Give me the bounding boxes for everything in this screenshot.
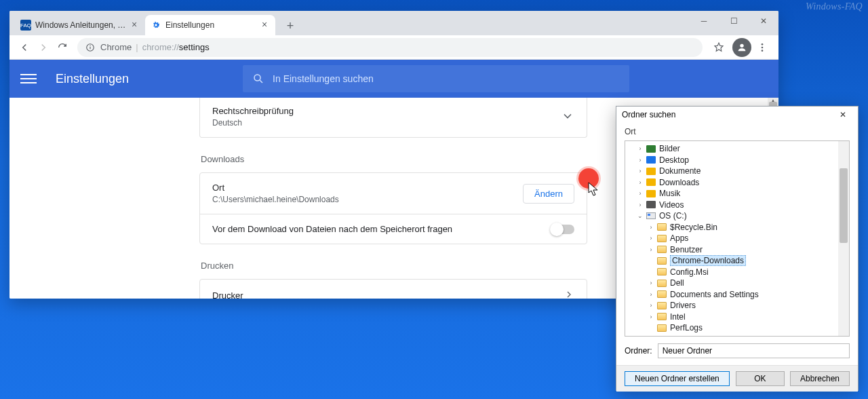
svg-point-7	[254, 75, 260, 81]
expand-icon[interactable]: ›	[636, 168, 644, 174]
expand-icon[interactable]: ›	[636, 179, 644, 186]
tree-item[interactable]: ›Bilder	[625, 143, 849, 155]
reload-button[interactable]	[53, 38, 72, 57]
folder-icon	[646, 166, 656, 176]
tree-item[interactable]: ›Videos	[625, 200, 849, 211]
tree-item-label: Musik	[659, 189, 680, 198]
change-button[interactable]: Ändern	[523, 184, 574, 204]
new-folder-button[interactable]: Neuen Ordner erstellen	[625, 371, 730, 386]
maximize-button[interactable]: ☐	[719, 11, 749, 31]
tree-item[interactable]: ›$Recycle.Bin	[625, 222, 849, 233]
tree-item-label: Benutzer	[670, 245, 703, 254]
star-icon[interactable]	[708, 37, 730, 58]
folder-browse-dialog: Ordner suchen ✕ Ort ›Bilder›Desktop›Doku…	[616, 106, 859, 391]
tree-item[interactable]: ›Dell	[625, 278, 849, 289]
location-value: C:\Users\michael.heine\Downloads	[212, 195, 339, 204]
dialog-close-button[interactable]: ✕	[833, 107, 852, 123]
mouse-cursor	[588, 182, 600, 200]
expand-icon[interactable]: ›	[647, 224, 655, 231]
folder-icon	[656, 223, 667, 232]
tree-item[interactable]: Config.Msi	[625, 267, 849, 278]
folder-icon	[656, 233, 667, 243]
tree-item-label: Dell	[670, 278, 684, 288]
hamburger-icon[interactable]	[20, 71, 37, 87]
dialog-button-bar: Neuen Ordner erstellen OK Abbrechen	[616, 365, 858, 392]
address-bar: Chrome | chrome://settings	[9, 35, 778, 60]
omnibox[interactable]: Chrome | chrome://settings	[77, 38, 703, 57]
section-downloads: Downloads	[201, 154, 587, 164]
expand-icon[interactable]: ›	[636, 145, 644, 152]
tree-item[interactable]: PerfLogs	[625, 322, 849, 334]
ask-before-toggle[interactable]	[551, 225, 574, 234]
expand-icon[interactable]: ›	[647, 302, 655, 309]
expand-icon[interactable]: ›	[647, 246, 655, 253]
svg-point-4	[762, 43, 764, 45]
chevron-right-icon	[564, 289, 574, 299]
tree-item[interactable]: ›Downloads	[625, 177, 849, 189]
back-button[interactable]	[15, 38, 34, 57]
expand-icon[interactable]: ›	[636, 190, 644, 197]
tree-item[interactable]: ›Drivers	[625, 300, 849, 311]
forward-button[interactable]	[34, 38, 53, 57]
expand-icon[interactable]: ⌄	[636, 212, 644, 219]
tree-item[interactable]: ›Documents and Settings	[625, 289, 849, 301]
tree-item[interactable]: ›Dokumente	[625, 166, 849, 177]
folder-icon	[646, 189, 656, 198]
scroll-thumb[interactable]	[840, 168, 848, 243]
tab-settings[interactable]: Einstellungen ×	[145, 15, 275, 35]
ok-button[interactable]: OK	[736, 371, 785, 386]
tree-item-label: Config.Msi	[670, 267, 709, 277]
close-button[interactable]: ✕	[749, 11, 778, 31]
folder-icon	[646, 155, 656, 165]
tree-item[interactable]: ›Apps	[625, 233, 849, 244]
tree-scrollbar[interactable]	[838, 141, 849, 336]
dialog-titlebar: Ordner suchen ✕	[616, 107, 858, 123]
chevron-down-icon	[561, 109, 574, 125]
expand-icon[interactable]: ›	[636, 202, 644, 208]
folder-name-input[interactable]	[658, 343, 850, 358]
tree-item[interactable]: ›Intel	[625, 311, 849, 323]
minimize-button[interactable]: ─	[689, 11, 719, 31]
tree-item-label: Intel	[670, 312, 686, 322]
tree-item-label: PerfLogs	[670, 323, 703, 332]
close-icon[interactable]: ×	[259, 20, 270, 31]
folder-icon	[656, 312, 667, 322]
folder-icon	[656, 301, 667, 310]
profile-avatar[interactable]	[732, 38, 751, 57]
new-tab-button[interactable]: +	[281, 16, 300, 35]
tree-item[interactable]: ⌄OS (C:)	[625, 210, 849, 222]
tree-item[interactable]: ›Desktop	[625, 155, 849, 166]
folder-icon	[656, 267, 667, 277]
printer-label: Drucker	[212, 290, 243, 299]
printer-row[interactable]: Drucker	[200, 280, 587, 299]
tree-item[interactable]: Chrome-Downloads	[625, 255, 849, 267]
tab-windows-faq[interactable]: FAQ Windows Anleitungen, Tipps & T ×	[15, 15, 145, 35]
expand-icon[interactable]: ›	[647, 291, 655, 298]
watermark-text: Windows-FAQ	[806, 1, 863, 12]
tab-title: Windows Anleitungen, Tipps & T	[35, 20, 129, 30]
expand-icon[interactable]: ›	[647, 314, 655, 320]
tree-item-label: Downloads	[659, 178, 699, 187]
folder-field-label: Ordner:	[625, 346, 652, 356]
expand-icon[interactable]: ›	[647, 280, 655, 286]
omnibox-prefix: Chrome	[100, 42, 132, 52]
tree-item[interactable]: ›Benutzer	[625, 244, 849, 256]
spellcheck-lang: Deutsch	[212, 118, 294, 128]
settings-search-input[interactable]	[273, 73, 620, 84]
location-label: Ort	[212, 183, 339, 193]
cancel-button[interactable]: Abbrechen	[790, 371, 850, 386]
settings-search[interactable]	[243, 65, 629, 92]
svg-rect-1	[90, 46, 90, 49]
site-info-icon[interactable]	[85, 43, 95, 52]
spellcheck-row[interactable]: Rechtschreibprüfung Deutsch	[200, 98, 587, 137]
spellcheck-title: Rechtschreibprüfung	[212, 106, 294, 116]
tree-item[interactable]: ›Musik	[625, 188, 849, 200]
expand-icon[interactable]: ›	[647, 235, 655, 242]
omnibox-separator: |	[136, 42, 138, 52]
close-icon[interactable]: ×	[129, 20, 140, 31]
menu-icon[interactable]	[751, 37, 773, 58]
svg-point-3	[740, 43, 743, 47]
tree-item-label: Chrome-Downloads	[670, 255, 746, 266]
expand-icon[interactable]: ›	[636, 157, 644, 164]
tree-item-label: Dokumente	[659, 166, 701, 176]
